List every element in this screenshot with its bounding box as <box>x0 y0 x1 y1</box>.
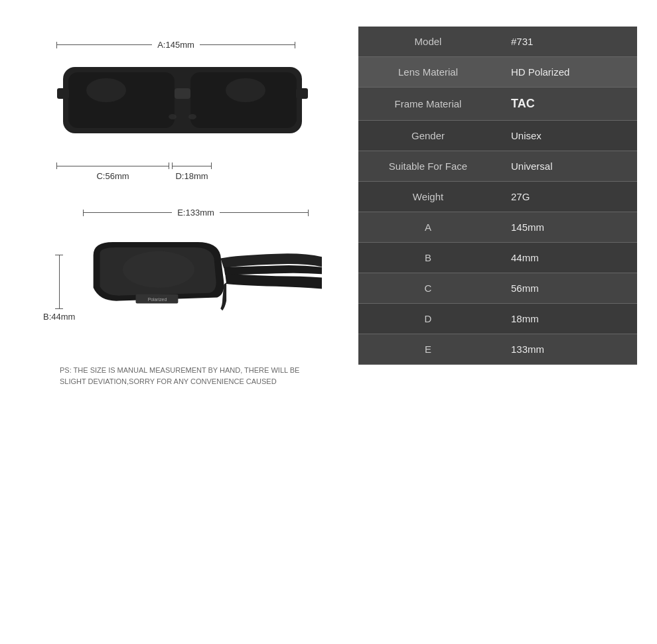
table-row-a: A 145mm <box>358 212 637 243</box>
dim-a-label: A:145mm <box>152 40 200 50</box>
dim-cd-container: C:56mm D:18mm <box>56 162 322 181</box>
value-face: Universal <box>498 151 637 182</box>
side-view-with-b: B:44mm Polarized <box>43 222 322 341</box>
dimension-a-line: A:145mm <box>56 40 295 50</box>
svg-point-4 <box>226 78 265 102</box>
main-container: A:145mm <box>0 0 657 644</box>
label-lens: Lens Material <box>358 57 498 88</box>
svg-rect-5 <box>175 88 190 99</box>
line-e-left <box>84 212 172 213</box>
line-c <box>57 166 169 166</box>
line-e-right <box>220 212 308 213</box>
value-gender: Unisex <box>498 121 637 151</box>
svg-point-8 <box>169 114 177 119</box>
table-row-lens: Lens Material HD Polarized <box>358 57 637 88</box>
line-a-right <box>200 44 295 45</box>
label-e: E <box>358 334 498 365</box>
value-e: 133mm <box>498 334 637 365</box>
label-b: B <box>358 243 498 273</box>
svg-rect-1 <box>68 72 175 128</box>
value-b: 44mm <box>498 243 637 273</box>
value-c: 56mm <box>498 273 637 304</box>
dim-d-line <box>172 162 212 169</box>
table-row-face: Suitable For Face Universal <box>358 151 637 182</box>
line-d <box>173 166 211 166</box>
tick-c-right <box>169 162 169 169</box>
table-row-c: C 56mm <box>358 273 637 304</box>
tick-b-bottom <box>55 308 63 309</box>
label-model: Model <box>358 27 498 57</box>
label-d: D <box>358 304 498 334</box>
dimension-e-line: E:133mm <box>83 208 309 218</box>
label-a: A <box>358 212 498 243</box>
right-panel: Model #731 Lens Material HD Polarized Fr… <box>358 27 637 617</box>
table-row-gender: Gender Unisex <box>358 121 637 151</box>
glasses-side-svg: Polarized <box>80 222 322 341</box>
dim-c: C:56mm <box>56 162 169 181</box>
table-row-frame: Frame Material TAC <box>358 88 637 121</box>
table-row-model: Model #731 <box>358 27 637 57</box>
dim-b-label: B:44mm <box>43 312 75 322</box>
value-weight: 27G <box>498 182 637 212</box>
dim-e-label: E:133mm <box>172 208 220 218</box>
table-row-b: B 44mm <box>358 243 637 273</box>
tick-right-a <box>295 42 295 48</box>
label-face: Suitable For Face <box>358 151 498 182</box>
glasses-front-svg <box>56 54 309 160</box>
svg-point-2 <box>86 78 126 102</box>
label-gender: Gender <box>358 121 498 151</box>
svg-point-10 <box>123 251 194 288</box>
label-weight: Weight <box>358 182 498 212</box>
spec-table: Model #731 Lens Material HD Polarized Fr… <box>358 27 637 365</box>
value-model: #731 <box>498 27 637 57</box>
value-lens: HD Polarized <box>498 57 637 88</box>
label-frame: Frame Material <box>358 88 498 121</box>
svg-rect-6 <box>57 88 69 99</box>
left-panel: A:145mm <box>20 27 345 617</box>
line-a <box>57 44 152 45</box>
svg-text:Polarized: Polarized <box>148 297 167 302</box>
front-view-container: A:145mm <box>43 40 322 181</box>
tick-right-e <box>308 210 309 216</box>
value-frame: TAC <box>498 88 637 121</box>
svg-point-9 <box>188 114 196 119</box>
side-view-container: E:133mm B:44mm <box>43 208 322 341</box>
dim-c-line <box>56 162 169 169</box>
line-b <box>59 255 60 308</box>
ps-note: PS: THE SIZE IS MANUAL MEASUREMENT BY HA… <box>60 365 312 387</box>
dim-b-vertical: B:44mm <box>43 255 75 322</box>
table-row-e: E 133mm <box>358 334 637 365</box>
dim-c-label: C:56mm <box>96 171 129 181</box>
value-d: 18mm <box>498 304 637 334</box>
ps-note-container: PS: THE SIZE IS MANUAL MEASUREMENT BY HA… <box>60 352 312 387</box>
tick-d-right <box>211 162 212 169</box>
value-a: 145mm <box>498 212 637 243</box>
svg-rect-7 <box>296 88 308 99</box>
dim-d-label: D:18mm <box>175 171 208 181</box>
dim-d: D:18mm <box>172 162 212 181</box>
table-row-weight: Weight 27G <box>358 182 637 212</box>
table-row-d: D 18mm <box>358 304 637 334</box>
label-c: C <box>358 273 498 304</box>
